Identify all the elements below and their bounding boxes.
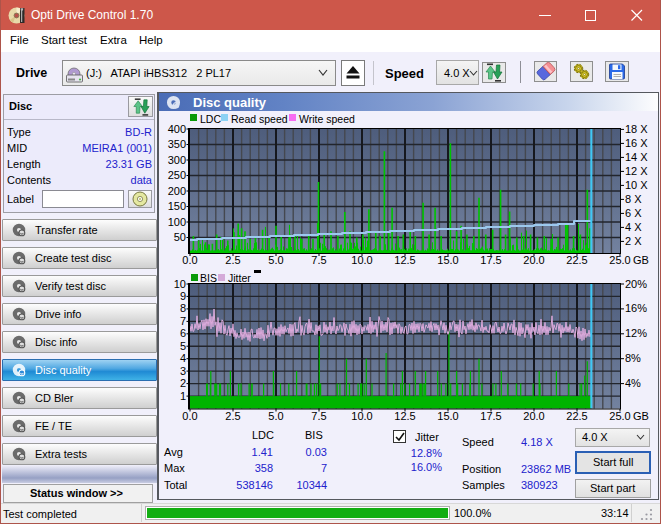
svg-text:2.5: 2.5 — [225, 410, 240, 422]
svg-text:50: 50 — [174, 231, 186, 243]
svg-text:15.0: 15.0 — [437, 410, 458, 422]
svg-text:17.5: 17.5 — [480, 410, 501, 422]
svg-text:1: 1 — [180, 390, 186, 402]
svg-text:100: 100 — [168, 216, 186, 228]
svg-text:300: 300 — [168, 154, 186, 166]
svg-text:12 X: 12 X — [625, 165, 648, 177]
svg-text:22.5: 22.5 — [566, 410, 587, 422]
svg-text:10.0: 10.0 — [351, 410, 372, 422]
svg-text:4: 4 — [180, 352, 186, 364]
svg-text:18 X: 18 X — [625, 123, 648, 135]
svg-text:8: 8 — [180, 302, 186, 314]
svg-text:10 X: 10 X — [625, 179, 648, 191]
svg-text:12.5: 12.5 — [394, 410, 415, 422]
svg-text:350: 350 — [168, 138, 186, 150]
svg-text:7.5: 7.5 — [311, 410, 326, 422]
svg-text:200: 200 — [168, 185, 186, 197]
svg-text:20%: 20% — [625, 278, 647, 290]
svg-text:14 X: 14 X — [625, 151, 648, 163]
svg-text:16%: 16% — [625, 302, 647, 314]
svg-text:9: 9 — [180, 290, 186, 302]
svg-text:16 X: 16 X — [625, 137, 648, 149]
svg-text:12%: 12% — [625, 327, 647, 339]
svg-text:400: 400 — [168, 123, 186, 135]
svg-text:10: 10 — [174, 278, 186, 290]
svg-text:3: 3 — [180, 365, 186, 377]
svg-text:20.0: 20.0 — [523, 410, 544, 422]
svg-text:6 X: 6 X — [625, 207, 642, 219]
svg-text:8%: 8% — [625, 352, 641, 364]
svg-text:2 X: 2 X — [625, 235, 642, 247]
svg-text:GB: GB — [633, 254, 649, 266]
svg-text:150: 150 — [168, 200, 186, 212]
svg-text:GB: GB — [633, 410, 649, 422]
svg-text:0.0: 0.0 — [182, 410, 197, 422]
svg-text:4%: 4% — [625, 377, 641, 389]
svg-text:25.0: 25.0 — [609, 410, 630, 422]
svg-text:6: 6 — [180, 327, 186, 339]
svg-text:5.0: 5.0 — [268, 410, 283, 422]
svg-text:7: 7 — [180, 315, 186, 327]
svg-text:2: 2 — [180, 377, 186, 389]
svg-text:250: 250 — [168, 169, 186, 181]
svg-text:8 X: 8 X — [625, 193, 642, 205]
svg-text:4 X: 4 X — [625, 221, 642, 233]
svg-text:5: 5 — [180, 340, 186, 352]
